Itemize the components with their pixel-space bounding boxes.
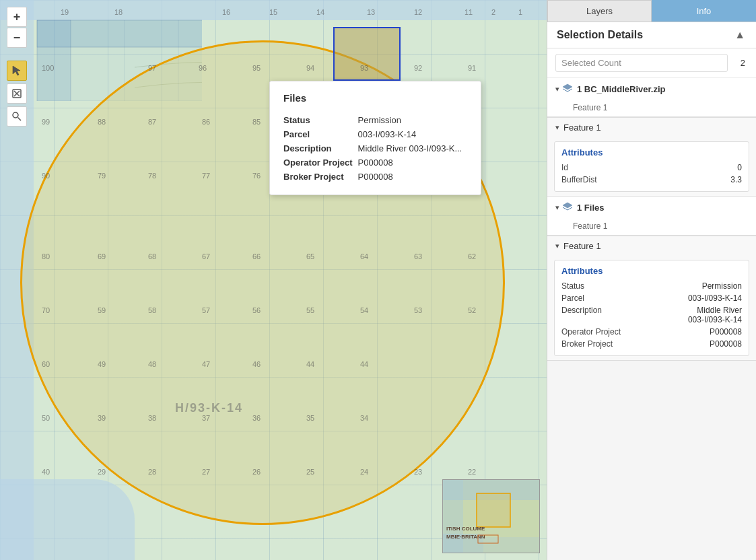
grid-num: 96 [199, 64, 207, 72]
grid-num: 86 [202, 118, 210, 126]
layer-group-header-bc[interactable]: ▾ 1 BC_MiddleRiver.zip [547, 78, 756, 100]
grid-num: 97 [148, 64, 156, 72]
grid-num: 15 [269, 8, 277, 16]
grid-num: 99 [42, 118, 50, 126]
zoom-controls: + − [7, 7, 27, 48]
feature-header-files[interactable]: ▾ Feature 1 [547, 236, 756, 256]
attr-key-bufferdist: BufferDist [561, 175, 596, 184]
grid-num: 69 [98, 252, 106, 260]
mini-map-svg: ITISH COLUME MBIE·BRITANN [443, 480, 540, 553]
attr-val-description: Middle River 003-I/093-K-14 [688, 306, 742, 324]
grid-num: 34 [360, 414, 368, 422]
select-tool-button[interactable] [7, 61, 27, 81]
grid-num: 70 [42, 306, 50, 314]
popup-row-key: Operator Project [283, 155, 358, 170]
water-overlay-bottom-left [0, 479, 135, 560]
attr-row-description: Description Middle River 003-I/093-K-14 [561, 304, 742, 326]
grid-num: 36 [252, 414, 261, 422]
grid-num: 88 [98, 118, 106, 126]
grid-num: 58 [148, 306, 156, 314]
layer-chevron-bc: ▾ [555, 85, 559, 94]
popup-row-key: Parcel [283, 127, 358, 141]
grid-num: 79 [98, 172, 106, 180]
attr-val-id: 0 [737, 163, 742, 172]
tab-bar: Layers Info [547, 0, 756, 22]
grid-num: 95 [252, 64, 261, 72]
grid-num: 80 [42, 252, 50, 260]
collapse-button[interactable]: ▲ [733, 29, 747, 41]
feature-title-files: Feature 1 [563, 241, 601, 251]
layer-group-bc-middleriver: ▾ 1 BC_MiddleRiver.zip Feature 1 [547, 78, 756, 117]
search-tool-icon [11, 111, 22, 122]
layer-group-header-files[interactable]: ▾ 1 Files [547, 197, 756, 219]
feature-header-bc[interactable]: ▾ Feature 1 [547, 118, 756, 137]
grid-num: 94 [306, 64, 314, 72]
grid-num: 18 [114, 8, 123, 16]
grid-num: 13 [367, 8, 375, 16]
grid-num: 93 [360, 64, 368, 72]
grid-num: 85 [252, 118, 261, 126]
layer-feature-bc: Feature 1 [547, 100, 756, 116]
tool-controls [7, 61, 27, 127]
popup-row: Operator ProjectP000008 [283, 155, 467, 170]
panel-content[interactable]: Selection Details ▲ Selected Count 2 ▾ 1… [547, 22, 756, 560]
mini-map: ITISH COLUME MBIE·BRITANN [442, 479, 540, 553]
popup-title: Files [283, 92, 467, 104]
grid-num: 50 [42, 414, 50, 422]
search-tool-button[interactable] [7, 106, 27, 127]
grid-num: 29 [98, 468, 106, 476]
selected-count-row: Selected Count 2 [547, 48, 756, 78]
map-area[interactable]: H/93-K-14 19 18 16 15 14 13 12 11 2 1 10… [0, 0, 547, 560]
attr-key-operator: Operator Project [561, 327, 621, 337]
grid-num: 100 [42, 64, 54, 72]
selected-count-value: 2 [728, 55, 748, 71]
layer-stack-icon-bc [562, 83, 573, 95]
feature-chevron-bc: ▾ [555, 123, 559, 132]
attr-val-bufferdist: 3.3 [730, 175, 742, 184]
popup-row: DescriptionMiddle River 003-I/093-K... [283, 141, 467, 155]
layer-feature-files: Feature 1 [547, 219, 756, 235]
grid-num: 91 [468, 64, 476, 72]
select-tool-icon [11, 65, 22, 76]
attr-val-operator: P000008 [710, 327, 742, 337]
selection-details-header: Selection Details ▲ [547, 22, 756, 48]
feature-section-files: ▾ Feature 1 Attributes Status Permission… [547, 236, 756, 361]
grid-num: 44 [306, 360, 314, 368]
grid-num: 25 [306, 468, 314, 476]
popup-row-key: Description [283, 141, 358, 155]
zoom-in-button[interactable]: + [7, 7, 27, 27]
grid-num: 16 [222, 8, 230, 16]
popup-table: StatusPermissionParcel003-I/093-K-14Desc… [283, 113, 467, 184]
selection-details-title: Selection Details [557, 29, 643, 41]
grid-num: 28 [148, 468, 156, 476]
popup-row-value: P000008 [358, 155, 468, 170]
attr-row-id: Id 0 [561, 162, 742, 174]
layer-group-name-bc: 1 BC_MiddleRiver.zip [577, 84, 665, 94]
grid-num: 59 [98, 306, 106, 314]
attr-val-status: Permission [702, 281, 742, 291]
layer-group-name-files: 1 Files [577, 203, 604, 213]
grid-num: 57 [202, 306, 210, 314]
layer-chevron-files: ▾ [555, 203, 559, 212]
zoom-out-button[interactable]: − [7, 28, 27, 48]
clear-tool-button[interactable] [7, 83, 27, 104]
attr-row-broker: Broker Project P000008 [561, 338, 742, 350]
tab-layers[interactable]: Layers [547, 0, 652, 22]
svg-rect-31 [483, 537, 540, 553]
grid-num: 56 [252, 306, 261, 314]
grid-num: 68 [148, 252, 156, 260]
attr-key-description: Description [561, 306, 602, 324]
grid-num: 67 [202, 252, 210, 260]
tab-info[interactable]: Info [652, 0, 756, 22]
grid-num: 1 [518, 8, 522, 16]
attributes-box-files: Attributes Status Permission Parcel 003-… [554, 260, 749, 356]
svg-point-25 [13, 112, 18, 118]
grid-num: 90 [42, 172, 50, 180]
attributes-title-files: Attributes [561, 266, 742, 276]
blue-rect-highlight [333, 27, 401, 81]
attr-key-parcel: Parcel [561, 293, 584, 303]
attr-val-broker: P000008 [710, 339, 742, 349]
attr-row-parcel: Parcel 003-I/093-K-14 [561, 292, 742, 304]
grid-num: 35 [306, 414, 314, 422]
attributes-box-bc: Attributes Id 0 BufferDist 3.3 [554, 141, 749, 192]
